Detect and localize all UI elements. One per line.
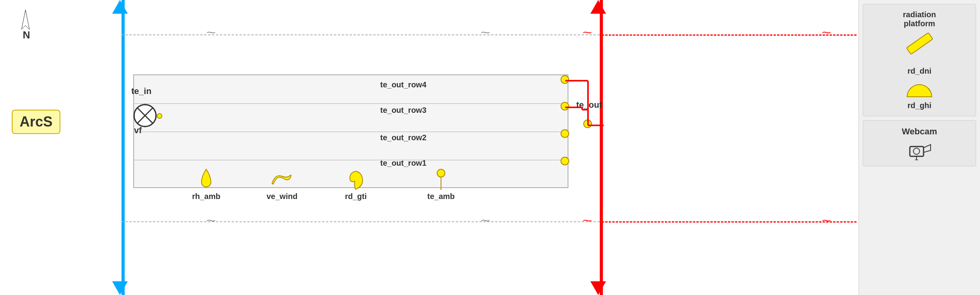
svg-marker-1 bbox=[22, 10, 29, 29]
rd-ghi-icon-container bbox=[907, 84, 932, 97]
squiggle-grey-top-right: ~ bbox=[481, 27, 490, 39]
squiggle-red-top: ~ bbox=[583, 27, 592, 39]
pipe-row-divider-1 bbox=[134, 103, 568, 104]
rd-dni-icon bbox=[906, 32, 933, 55]
red-arrow-bottom bbox=[590, 281, 606, 295]
pipe-row-divider-2 bbox=[134, 132, 568, 132]
vf-label: vf bbox=[134, 125, 142, 136]
grey-dashed-bottom bbox=[122, 221, 604, 222]
vf-symbol bbox=[133, 104, 157, 127]
te-amb-icon bbox=[435, 168, 447, 190]
red-connect-lines bbox=[564, 74, 615, 172]
webcam-icon bbox=[908, 141, 931, 160]
rh-amb-label: rh_amb bbox=[192, 192, 220, 201]
red-arrow-top bbox=[590, 0, 606, 14]
sensor-rd-gti: rd_gti bbox=[345, 170, 367, 201]
arcs-label: ArcS bbox=[12, 110, 60, 134]
blue-arrow-top bbox=[112, 0, 128, 14]
blue-arrow-bottom bbox=[112, 281, 128, 295]
rd-gti-icon bbox=[347, 170, 365, 190]
squiggle-red-top-right: ~ bbox=[822, 27, 831, 39]
squiggle-grey-top-left: ~ bbox=[206, 27, 216, 39]
sensor-ve-wind: ve_wind bbox=[267, 172, 298, 201]
rd-dni-icon-container bbox=[906, 35, 933, 56]
legend-webcam-title: Webcam bbox=[902, 127, 937, 137]
rd-dni-label: rd_dni bbox=[907, 67, 931, 76]
vf-dot bbox=[157, 113, 162, 119]
squiggle-red-bottom-right: ~ bbox=[822, 215, 831, 227]
rd-ghi-label: rd_ghi bbox=[907, 101, 931, 110]
red-dashed-bottom bbox=[602, 221, 857, 223]
te-amb-label: te_amb bbox=[427, 192, 455, 201]
legend-radiation-section: radiation platform rd_dni rd_ghi bbox=[863, 4, 976, 116]
ve-wind-icon bbox=[271, 172, 293, 190]
row-label-4: te_out_row4 bbox=[380, 80, 426, 89]
svg-line-20 bbox=[916, 159, 921, 160]
te-in-label: te_in bbox=[131, 86, 151, 96]
rd-gti-label: rd_gti bbox=[345, 192, 367, 201]
sensor-rh-amb: rh_amb bbox=[192, 168, 220, 201]
blue-flow-line bbox=[122, 0, 125, 295]
grey-dashed-top bbox=[122, 34, 604, 35]
legend-panel: radiation platform rd_dni rd_ghi Webcam bbox=[858, 0, 980, 295]
row-label-2: te_out_row2 bbox=[380, 133, 426, 142]
svg-point-14 bbox=[437, 169, 445, 177]
pipe-row-divider-3 bbox=[134, 160, 568, 160]
svg-text:N: N bbox=[23, 29, 30, 39]
legend-radiation-title: radiation platform bbox=[903, 10, 936, 28]
row-label-1: te_out_row1 bbox=[380, 159, 426, 168]
ve-wind-label: ve_wind bbox=[267, 192, 298, 201]
squiggle-grey-bottom-right: ~ bbox=[481, 215, 490, 227]
svg-line-19 bbox=[912, 159, 916, 160]
squiggle-grey-bottom-left: ~ bbox=[206, 215, 216, 227]
rh-amb-icon bbox=[198, 168, 214, 190]
north-arrow: N bbox=[12, 8, 39, 41]
sensor-te-amb: te_amb bbox=[427, 168, 455, 201]
red-dashed-top bbox=[602, 34, 857, 36]
squiggle-red-bottom: ~ bbox=[583, 215, 592, 227]
legend-webcam-section: Webcam bbox=[863, 120, 976, 167]
row-label-3: te_out_row3 bbox=[380, 106, 426, 115]
svg-marker-21 bbox=[924, 145, 931, 152]
svg-point-17 bbox=[913, 148, 920, 154]
rd-ghi-icon bbox=[907, 84, 932, 97]
